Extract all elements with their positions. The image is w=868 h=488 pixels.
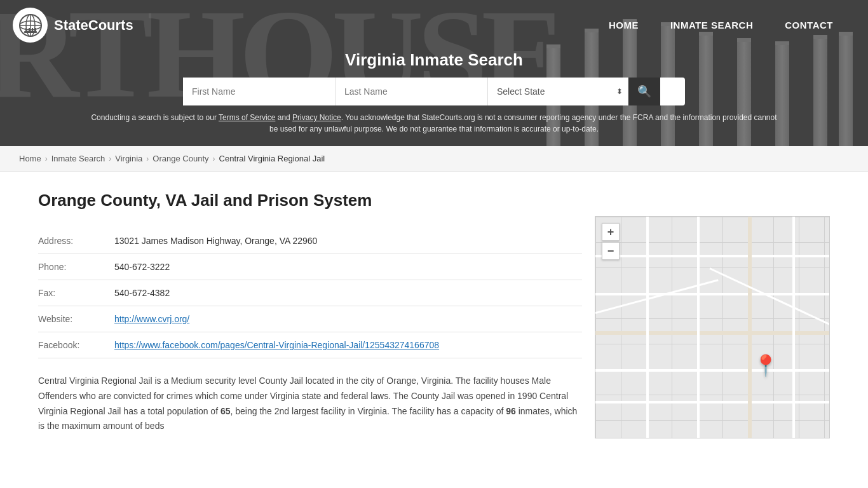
address-value: 13021 James Madison Highway, Orange, VA …: [114, 228, 582, 254]
map-zoom-out[interactable]: −: [602, 242, 620, 260]
header-top-bar: StateCourts HOME INMATE SEARCH CONTACT: [0, 0, 868, 48]
map-road: [792, 217, 795, 438]
logo-area: StateCourts: [13, 8, 133, 43]
disclaimer-text-after: . You acknowledge that StateCourts.org i…: [269, 113, 777, 133]
map-container: + − 📍: [595, 216, 830, 438]
svg-rect-9: [35, 28, 36, 31]
map-controls: + −: [602, 223, 620, 260]
facebook-link[interactable]: https://www.facebook.com/pages/Central-V…: [114, 340, 439, 350]
logo-svg: [18, 13, 43, 37]
facility-heading: Orange County, VA Jail and Prison System: [38, 191, 582, 210]
facility-info-table: Address: 13021 James Madison Highway, Or…: [38, 228, 582, 358]
nav-inmate-search[interactable]: INMATE SEARCH: [654, 15, 769, 36]
site-header: RTHOUSE: [0, 0, 868, 146]
map-road: [646, 217, 649, 438]
page-title: Virginia Inmate Search: [0, 50, 868, 70]
search-bar: Select State AlabamaAlaskaArizona Arkans…: [183, 78, 685, 105]
breadcrumb: Home › Inmate Search › Virginia › Orange…: [0, 146, 868, 172]
site-logo-icon: [13, 8, 48, 43]
website-row: Website: http://www.cvrj.org/: [38, 306, 582, 332]
fax-value: 540-672-4382: [114, 280, 582, 306]
website-link[interactable]: http://www.cvrj.org/: [114, 314, 189, 324]
map-location-pin: 📍: [753, 353, 778, 377]
main-content: Orange County, VA Jail and Prison System…: [0, 172, 868, 458]
svg-rect-8: [32, 28, 33, 31]
nav-home[interactable]: HOME: [593, 15, 654, 36]
map-area: + − 📍: [595, 216, 830, 438]
breadcrumb-sep-3: ›: [146, 154, 149, 163]
facebook-value: https://www.facebook.com/pages/Central-V…: [114, 332, 582, 358]
address-label: Address:: [38, 228, 114, 254]
first-name-input[interactable]: [183, 78, 336, 105]
search-icon: 🔍: [637, 85, 651, 98]
fax-row: Fax: 540-672-4382: [38, 280, 582, 306]
state-select[interactable]: Select State AlabamaAlaskaArizona Arkans…: [488, 78, 628, 105]
breadcrumb-virginia[interactable]: Virginia: [115, 154, 142, 163]
breadcrumb-sep-1: ›: [45, 154, 48, 163]
population-number: 65: [220, 406, 231, 416]
nav-contact[interactable]: CONTACT: [769, 15, 849, 36]
header-title-area: Virginia Inmate Search: [0, 50, 868, 70]
phone-value: 540-672-3222: [114, 254, 582, 280]
disclaimer-bar: Conducting a search is subject to our Te…: [0, 112, 868, 135]
disclaimer-text-before: Conducting a search is subject to our: [91, 113, 219, 122]
facebook-label: Facebook:: [38, 332, 114, 358]
terms-link[interactable]: Terms of Service: [219, 113, 275, 122]
capacity-number: 96: [506, 406, 516, 416]
state-select-wrap: Select State AlabamaAlaskaArizona Arkans…: [488, 78, 628, 105]
disclaimer-and: and: [275, 113, 292, 122]
logo-text: StateCourts: [54, 17, 133, 34]
last-name-input[interactable]: [336, 78, 488, 105]
facebook-row: Facebook: https://www.facebook.com/pages…: [38, 332, 582, 358]
map-zoom-in[interactable]: +: [602, 223, 620, 241]
breadcrumb-current: Central Virginia Regional Jail: [219, 154, 325, 163]
content-left: Orange County, VA Jail and Prison System…: [38, 184, 582, 438]
breadcrumb-sep-4: ›: [213, 154, 215, 163]
description-part2: , being the 2nd largest facility in Virg…: [231, 406, 506, 416]
privacy-link[interactable]: Privacy Notice: [292, 113, 341, 122]
address-row: Address: 13021 James Madison Highway, Or…: [38, 228, 582, 254]
breadcrumb-sep-2: ›: [109, 154, 111, 163]
search-bar-area: Select State AlabamaAlaskaArizona Arkans…: [0, 78, 868, 105]
svg-rect-5: [24, 31, 37, 33]
svg-rect-7: [29, 28, 30, 31]
fax-label: Fax:: [38, 280, 114, 306]
facility-description: Central Virginia Regional Jail is a Medi…: [38, 374, 582, 434]
breadcrumb-home[interactable]: Home: [19, 154, 41, 163]
breadcrumb-inmate-search[interactable]: Inmate Search: [51, 154, 105, 163]
map-road: [697, 217, 700, 438]
svg-rect-6: [25, 28, 27, 31]
phone-label: Phone:: [38, 254, 114, 280]
phone-row: Phone: 540-672-3222: [38, 254, 582, 280]
main-nav: HOME INMATE SEARCH CONTACT: [593, 15, 849, 36]
breadcrumb-orange-county[interactable]: Orange County: [153, 154, 208, 163]
search-button[interactable]: 🔍: [628, 78, 660, 105]
map-road-major: [748, 217, 752, 438]
website-value: http://www.cvrj.org/: [114, 306, 582, 332]
website-label: Website:: [38, 306, 114, 332]
